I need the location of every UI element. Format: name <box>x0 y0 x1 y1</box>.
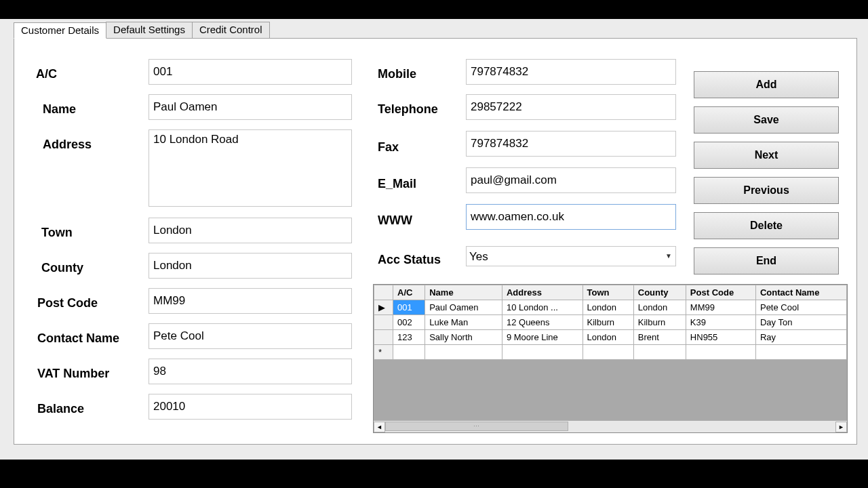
grid-cell[interactable]: 12 Queens <box>502 315 583 330</box>
row-indicator: ▶ <box>374 300 393 315</box>
label-county: County <box>41 261 83 275</box>
grid-cell[interactable]: 001 <box>393 300 425 315</box>
grid-cell[interactable]: Paul Oamen <box>425 300 502 315</box>
grid-cell[interactable]: K39 <box>686 315 755 330</box>
grid-column-header[interactable]: Address <box>502 285 583 300</box>
grid-horizontal-scrollbar[interactable]: ◄ ··· ► <box>374 420 847 432</box>
table-row[interactable]: ▶001Paul Oamen10 London ...LondonLondonM… <box>374 300 847 315</box>
balance-field[interactable] <box>149 394 352 420</box>
save-button[interactable]: Save <box>694 106 839 134</box>
scroll-thumb[interactable]: ··· <box>385 422 568 431</box>
grid-cell[interactable]: HN955 <box>686 330 755 345</box>
mobile-field[interactable] <box>466 59 676 85</box>
add-button[interactable]: Add <box>694 71 839 98</box>
label-vat: VAT Number <box>37 367 109 381</box>
row-indicator <box>374 315 393 330</box>
previous-button[interactable]: Previous <box>694 177 839 204</box>
grid-cell[interactable]: London <box>633 300 686 315</box>
grid-cell[interactable]: Ray <box>755 330 846 345</box>
grid-column-header[interactable]: Contact Name <box>755 285 846 300</box>
grid-cell[interactable] <box>583 345 633 360</box>
label-postcode: Post Code <box>37 296 98 310</box>
postcode-field[interactable] <box>149 288 352 314</box>
grid-cell[interactable]: Kilburn <box>583 315 633 330</box>
table-row[interactable]: 123Sally North9 Moore LineLondonBrentHN9… <box>374 330 847 345</box>
grid-cell[interactable] <box>633 345 686 360</box>
grid-cell[interactable]: Kilburn <box>633 315 686 330</box>
label-accstatus: Acc Status <box>378 253 441 267</box>
tab-credit-control[interactable]: Credit Control <box>192 22 270 38</box>
www-field[interactable] <box>466 204 676 230</box>
scroll-left-button[interactable]: ◄ <box>374 422 385 432</box>
accstatus-select[interactable]: YesNo <box>466 246 676 266</box>
grid-cell[interactable]: 002 <box>393 315 425 330</box>
grid-column-header[interactable]: Name <box>425 285 502 300</box>
grid-cell[interactable] <box>686 345 755 360</box>
table-row[interactable]: 002Luke Man12 QueensKilburnKilburnK39Day… <box>374 315 847 330</box>
label-name: Name <box>43 102 76 117</box>
label-email: E_Mail <box>378 177 416 191</box>
grid-column-header[interactable]: Post Code <box>686 285 755 300</box>
email-field[interactable] <box>466 167 676 193</box>
row-indicator <box>374 330 393 345</box>
label-mobile: Mobile <box>378 67 416 81</box>
ac-field[interactable] <box>149 59 352 85</box>
address-field[interactable] <box>149 129 352 207</box>
label-address: Address <box>43 138 92 152</box>
grid-cell[interactable]: Brent <box>633 330 686 345</box>
label-ac: A/C <box>36 67 57 81</box>
grid-cell[interactable] <box>502 345 583 360</box>
customers-table[interactable]: A/CNameAddressTownCountyPost CodeContact… <box>374 285 847 360</box>
grid-cell[interactable]: 10 London ... <box>502 300 583 315</box>
grid-cell[interactable] <box>755 345 846 360</box>
label-balance: Balance <box>37 402 84 416</box>
grid-column-header[interactable]: Town <box>583 285 633 300</box>
label-town: Town <box>41 226 73 240</box>
grid-cell[interactable]: 123 <box>393 330 425 345</box>
tab-panel-customer-details: A/C Name Address Town County Post Code C… <box>14 38 857 445</box>
table-row-new[interactable]: * <box>374 345 847 360</box>
label-contact: Contact Name <box>37 331 119 346</box>
vat-field[interactable] <box>149 359 352 384</box>
grid-cell[interactable]: Day Ton <box>755 315 846 330</box>
tab-control: Customer DetailsDefault SettingsCredit C… <box>14 22 857 446</box>
tab-default-settings[interactable]: Default Settings <box>106 22 193 38</box>
grid-cell[interactable]: Pete Cool <box>755 300 846 315</box>
telephone-field[interactable] <box>466 94 676 120</box>
contact-field[interactable] <box>149 323 352 349</box>
grid-column-header[interactable]: A/C <box>393 285 425 300</box>
name-field[interactable] <box>149 94 352 120</box>
scroll-track[interactable]: ··· <box>385 422 835 432</box>
next-button[interactable]: Next <box>694 142 839 169</box>
grid-cell[interactable]: 9 Moore Line <box>502 330 583 345</box>
grid-cell[interactable] <box>425 345 502 360</box>
town-field[interactable] <box>149 218 352 243</box>
grid-rowheader-corner <box>374 285 393 300</box>
row-indicator-new: * <box>374 345 393 360</box>
grid-cell[interactable]: London <box>583 300 633 315</box>
tabs-strip: Customer DetailsDefault SettingsCredit C… <box>14 22 857 38</box>
grid-cell[interactable]: MM99 <box>686 300 755 315</box>
grid-column-header[interactable]: County <box>633 285 686 300</box>
grid-cell[interactable] <box>393 345 425 360</box>
grid-cell[interactable]: Sally North <box>425 330 502 345</box>
fax-field[interactable] <box>466 131 676 157</box>
grid-cell[interactable]: Luke Man <box>425 315 502 330</box>
tab-customer-details[interactable]: Customer Details <box>14 22 106 39</box>
label-www: WWW <box>378 214 412 228</box>
customers-grid[interactable]: A/CNameAddressTownCountyPost CodeContact… <box>373 284 848 433</box>
end-button[interactable]: End <box>694 247 839 274</box>
county-field[interactable] <box>149 253 352 279</box>
label-telephone: Telephone <box>378 102 438 117</box>
scroll-right-button[interactable]: ► <box>835 422 847 432</box>
delete-button[interactable]: Delete <box>694 212 839 239</box>
grid-cell[interactable]: London <box>583 330 633 345</box>
label-fax: Fax <box>378 140 399 155</box>
